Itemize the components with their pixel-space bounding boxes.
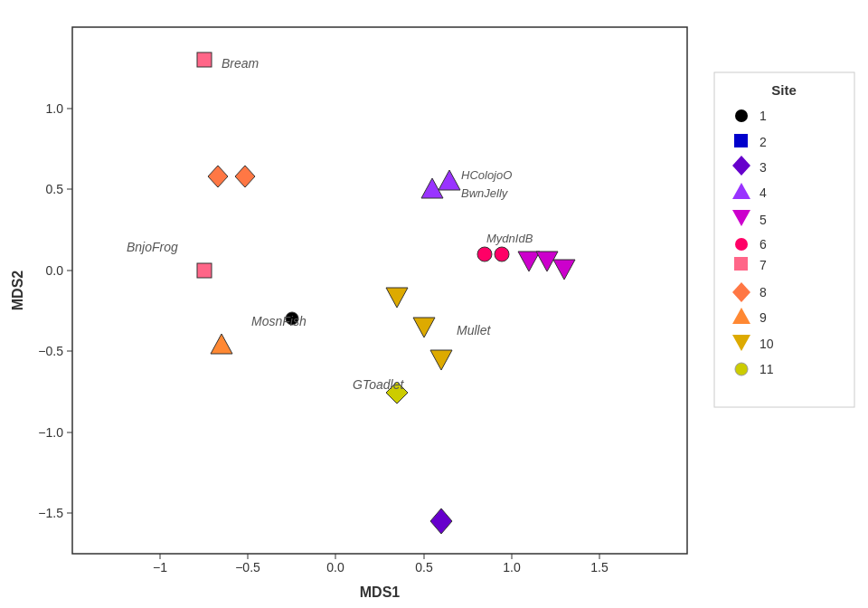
y-tick-label: −1.5 xyxy=(38,506,63,520)
data-point-site6b xyxy=(495,247,509,261)
scatter-plot: −1 −0.5 0.0 0.5 1.0 1.5 MDS1 −1.5 xyxy=(0,0,868,608)
x-tick-label: −1 xyxy=(153,560,167,575)
label-hcolojo: HColojoO xyxy=(461,168,512,182)
legend-label-site4: 4 xyxy=(760,185,767,200)
legend-label-site3: 3 xyxy=(760,160,767,175)
legend-icon-site1 xyxy=(735,109,748,122)
y-tick-label: 0.5 xyxy=(46,182,64,196)
legend-label-site6: 6 xyxy=(760,237,767,252)
y-tick-label: −1.0 xyxy=(38,425,63,440)
legend-label-site9: 9 xyxy=(760,310,767,325)
legend-icon-site6 xyxy=(735,238,748,251)
legend-label-site8: 8 xyxy=(760,285,767,299)
legend-title: Site xyxy=(771,82,797,98)
plot-area xyxy=(72,27,687,554)
chart-container: −1 −0.5 0.0 0.5 1.0 1.5 MDS1 −1.5 xyxy=(0,0,868,608)
label-bream: Bream xyxy=(222,56,259,71)
label-mydnidb: MydnIdB xyxy=(486,232,533,245)
data-point-site6a xyxy=(477,247,492,261)
legend-icon-site11 xyxy=(735,363,748,375)
legend-label-site1: 1 xyxy=(760,109,767,123)
x-tick-label: 1.5 xyxy=(590,560,609,575)
legend-label-site5: 5 xyxy=(760,213,767,227)
x-tick-label: −0.5 xyxy=(235,560,260,575)
label-gtoadlet: GToadlet xyxy=(353,377,404,392)
legend-icon-site7 xyxy=(734,257,748,271)
data-point-site7b xyxy=(197,263,212,278)
legend-label-site11: 11 xyxy=(760,362,774,376)
y-tick-label: 0.0 xyxy=(46,263,64,278)
x-tick-label: 0.0 xyxy=(326,560,344,575)
x-axis-label: MDS1 xyxy=(360,584,401,600)
legend-label-site7: 7 xyxy=(760,258,767,272)
label-bwnjelly: BwnJelly xyxy=(461,186,509,200)
legend-label-site2: 2 xyxy=(760,135,767,149)
label-bnjofrog: BnjoFrog xyxy=(127,240,178,254)
x-tick-label: 0.5 xyxy=(415,560,433,575)
y-tick-label: 1.0 xyxy=(46,101,64,116)
y-tick-label: −0.5 xyxy=(38,344,63,358)
label-mosnfish: MosnFish xyxy=(251,314,307,328)
legend-label-site10: 10 xyxy=(760,337,774,351)
x-tick-label: 1.0 xyxy=(503,560,521,575)
data-point-site7 xyxy=(197,52,212,67)
legend: Site 1 2 3 4 5 6 7 8 xyxy=(714,72,854,407)
legend-box xyxy=(714,72,854,407)
legend-icon-site2 xyxy=(734,134,748,147)
label-mullet: Mullet xyxy=(457,323,491,337)
y-axis-label: MDS2 xyxy=(10,271,25,311)
